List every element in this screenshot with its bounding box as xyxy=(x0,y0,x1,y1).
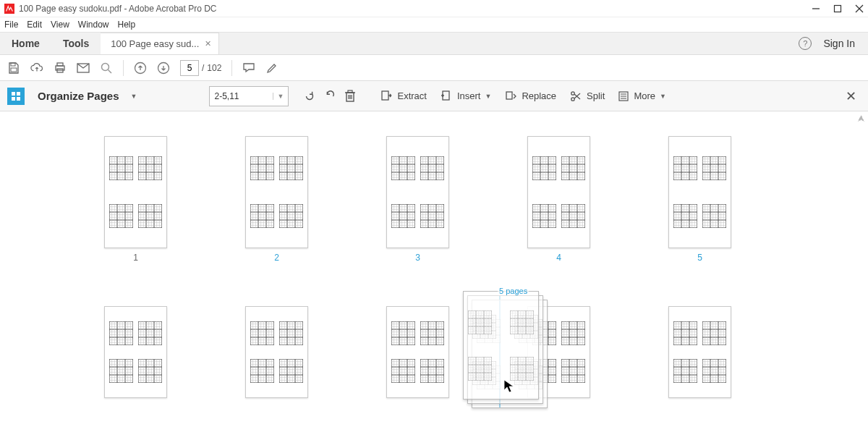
comment-icon[interactable] xyxy=(242,62,255,75)
svg-rect-44 xyxy=(506,92,512,99)
page-preview xyxy=(245,306,308,398)
page-thumbnail-label: 5 xyxy=(697,253,702,263)
page-thumbnail-label: 4 xyxy=(556,253,561,263)
total-pages: 102 xyxy=(207,63,221,73)
page-thumbnail[interactable]: 4 xyxy=(527,136,590,263)
panel-dropdown-icon[interactable]: ▼ xyxy=(131,93,137,100)
cloud-upload-icon[interactable] xyxy=(30,62,43,75)
tab-close-icon[interactable]: ✕ xyxy=(205,39,211,48)
insert-button[interactable]: Insert ▼ xyxy=(437,90,494,103)
svg-rect-33 xyxy=(17,92,20,96)
page-thumbnail[interactable]: 3 xyxy=(386,136,449,263)
page-range-input[interactable]: 2-5,11 ▼ xyxy=(209,86,289,106)
app-logo-icon xyxy=(4,4,14,14)
organize-pages-icon xyxy=(7,88,25,105)
window-title: 100 Page easy sudoku.pdf - Adobe Acrobat… xyxy=(19,4,812,14)
svg-point-45 xyxy=(571,91,574,94)
page-range-dropdown-icon[interactable]: ▼ xyxy=(273,93,284,100)
organize-pages-toolbar: Organize Pages ▼ 2-5,11 ▼ Extract Insert… xyxy=(0,81,868,111)
panel-title: Organize Pages xyxy=(38,90,119,102)
menu-window[interactable]: Window xyxy=(78,20,109,30)
svg-rect-41 xyxy=(348,90,352,93)
svg-rect-17 xyxy=(4,4,14,14)
page-preview xyxy=(527,136,590,248)
rotate-cw-icon[interactable] xyxy=(323,90,336,103)
menu-help[interactable]: Help xyxy=(118,20,136,30)
help-icon[interactable]: ? xyxy=(799,37,812,50)
tab-document[interactable]: 100 Page easy sud... ✕ xyxy=(101,33,219,54)
page-preview xyxy=(386,306,449,398)
insert-label: Insert xyxy=(457,90,481,101)
rotate-ccw-icon[interactable] xyxy=(303,90,316,103)
insert-dropdown-icon[interactable]: ▼ xyxy=(485,93,491,100)
current-page-input[interactable] xyxy=(180,60,199,76)
page-thumbnail[interactable] xyxy=(668,306,731,402)
replace-button[interactable]: Replace xyxy=(501,90,559,103)
highlight-icon[interactable] xyxy=(265,62,278,75)
svg-rect-19 xyxy=(835,5,841,12)
extract-button[interactable]: Extract xyxy=(377,90,429,103)
page-thumbnail[interactable] xyxy=(527,306,590,402)
tab-document-label: 100 Page easy sud... xyxy=(111,38,199,49)
print-icon[interactable] xyxy=(54,62,67,75)
page-thumbnail[interactable]: 2 xyxy=(245,136,308,263)
replace-label: Replace xyxy=(522,90,556,101)
split-label: Split xyxy=(587,90,605,101)
page-thumbnail[interactable] xyxy=(386,306,449,402)
more-label: More xyxy=(634,90,655,101)
page-preview xyxy=(668,306,731,398)
menu-view[interactable]: View xyxy=(51,20,69,30)
page-thumbnail[interactable]: 1 xyxy=(104,136,167,263)
page-down-icon[interactable] xyxy=(157,62,170,75)
page-preview xyxy=(104,136,167,248)
page-thumbnail[interactable] xyxy=(104,306,167,402)
page-thumbnail-label: 3 xyxy=(415,253,420,263)
more-button[interactable]: More ▼ xyxy=(615,90,669,102)
page-preview xyxy=(527,306,590,398)
page-thumbnail-label: 2 xyxy=(274,253,279,263)
tabbar: Home Tools 100 Page easy sud... ✕ ? Sign… xyxy=(0,32,868,55)
main-toolbar: / 102 xyxy=(0,55,868,81)
page-preview xyxy=(386,136,449,248)
svg-point-28 xyxy=(102,63,109,70)
more-dropdown-icon[interactable]: ▼ xyxy=(660,93,666,100)
sign-in-button[interactable]: Sign In xyxy=(823,38,855,49)
svg-rect-42 xyxy=(382,91,388,100)
page-sep: / xyxy=(202,63,204,73)
page-preview xyxy=(104,306,167,398)
titlebar: 100 Page easy sudoku.pdf - Adobe Acrobat… xyxy=(0,0,868,17)
extract-label: Extract xyxy=(397,90,426,101)
menubar: File Edit View Window Help xyxy=(0,17,868,32)
scrollbar-up-icon[interactable]: ⮝ xyxy=(858,114,865,122)
svg-rect-35 xyxy=(17,97,20,101)
menu-edit[interactable]: Edit xyxy=(27,20,42,30)
search-icon[interactable] xyxy=(100,62,113,75)
page-range-value: 2-5,11 xyxy=(214,91,239,101)
page-thumbnail-label: 1 xyxy=(133,253,138,263)
svg-rect-25 xyxy=(57,63,63,66)
svg-rect-34 xyxy=(12,97,15,101)
window-minimize-button[interactable] xyxy=(812,4,820,13)
email-icon[interactable] xyxy=(77,62,90,75)
menu-file[interactable]: File xyxy=(4,20,18,30)
split-button[interactable]: Split xyxy=(566,90,608,103)
page-preview xyxy=(245,136,308,248)
svg-point-46 xyxy=(571,97,574,100)
svg-rect-23 xyxy=(11,68,17,72)
panel-close-button[interactable]: ✕ xyxy=(846,88,856,104)
svg-rect-32 xyxy=(12,92,15,96)
window-close-button[interactable] xyxy=(855,4,864,13)
page-preview xyxy=(668,136,731,248)
page-thumbnail[interactable] xyxy=(245,306,308,402)
delete-icon[interactable] xyxy=(344,90,357,103)
tab-home[interactable]: Home xyxy=(0,33,51,54)
page-number-box: / 102 xyxy=(180,60,221,76)
window-maximize-button[interactable] xyxy=(833,4,842,13)
page-thumbnail[interactable]: 5 xyxy=(668,136,731,263)
save-icon[interactable] xyxy=(7,62,20,75)
svg-line-29 xyxy=(109,69,112,73)
tab-tools[interactable]: Tools xyxy=(51,33,101,54)
page-thumbnails-workspace[interactable]: ⮝ 12345 5 pages xyxy=(0,111,868,427)
page-up-icon[interactable] xyxy=(134,62,147,75)
